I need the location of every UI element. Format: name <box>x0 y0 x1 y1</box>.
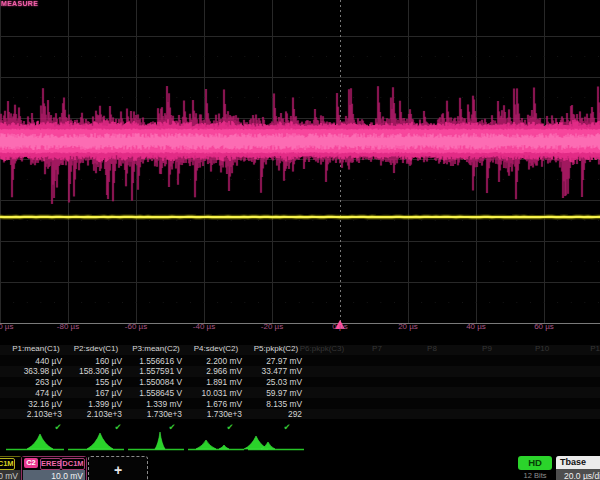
time-axis-label: -60 µs <box>125 322 147 331</box>
c2-descriptor-box[interactable]: C2 ERES DC1M 10.0 mV <box>21 456 87 480</box>
measurement-value: 1.550084 V <box>130 377 182 388</box>
timebase-descriptor-box[interactable]: Tbase 20.0 µs/div <box>556 456 600 480</box>
hd-bits-label: 12 Bits <box>515 471 555 480</box>
measurement-value: 2.200 mV <box>190 356 242 367</box>
measurement-value: 1.730e+3 <box>190 409 242 420</box>
measurement-value: 1.558645 V <box>130 388 182 399</box>
add-trace-button[interactable]: + <box>88 456 148 480</box>
plus-icon: + <box>89 463 147 477</box>
histicon-peak <box>196 440 216 449</box>
c1-vdiv-value: 5.0 mV <box>0 470 20 480</box>
c2-channel-chip: C2 <box>24 458 38 468</box>
measurement-value: 363.98 µV <box>10 366 62 377</box>
measurement-header-empty[interactable]: P10 <box>535 344 549 355</box>
measurement-value: 27.97 mV <box>250 356 302 367</box>
c1-chip-row: C1 DC1M <box>0 457 21 470</box>
measurement-header-empty[interactable]: P7 <box>372 344 382 355</box>
measurement-value: 1.556616 V <box>130 356 182 367</box>
table-header-row: P1:mean(C1)P2:sdev(C1)P3:mean(C2)P4:sdev… <box>10 344 600 355</box>
time-axis-label: 60 µs <box>534 322 554 331</box>
measurement-value: 1.730e+3 <box>130 409 182 420</box>
measurement-header[interactable]: P2:sdev(C1) <box>66 344 126 355</box>
measurement-value: 292 <box>250 409 302 420</box>
table-row: 32.16 µV1.399 µV1.339 mV1.676 mV8.135 mV <box>10 399 600 410</box>
measurement-value: 2.103e+3 <box>10 409 62 420</box>
measurement-header-empty[interactable]: P8 <box>427 344 437 355</box>
measurement-value: 158.306 µV <box>70 366 122 377</box>
measurement-value: 1.891 mV <box>190 377 242 388</box>
table-row: 263 µV155 µV1.550084 V1.891 mV25.03 mV <box>10 377 600 388</box>
measurement-value: 33.477 mV <box>250 366 302 377</box>
c2-coupling-chip: DC1M <box>61 458 85 470</box>
measurement-value: 2.103e+3 <box>70 409 122 420</box>
histicons <box>0 428 600 454</box>
measurement-value: 167 µV <box>70 388 122 399</box>
oscilloscope-screen: MEASURE -100 µs-80 µs-60 µs-40 µs-20 µs0… <box>0 0 600 480</box>
time-axis-label: 20 µs <box>398 322 418 331</box>
measurement-value: 1.676 mV <box>190 399 242 410</box>
timebase-value: 20.0 µs/div <box>564 471 600 480</box>
waveform-grid[interactable] <box>0 0 600 344</box>
histicon-peak <box>27 434 53 449</box>
measurement-value: 10.031 mV <box>190 388 242 399</box>
measurement-value: 2.966 mV <box>190 366 242 377</box>
c2-trace[interactable] <box>0 86 600 204</box>
measurement-header-empty[interactable]: P6:pkpk(C3) <box>300 344 344 355</box>
time-axis-label: -80 µs <box>57 322 79 331</box>
table-row: 440 µV160 µV1.556616 V2.200 mV27.97 mV <box>10 356 600 367</box>
hd-mode-badge[interactable]: HD <box>518 456 552 470</box>
c2-vdiv-value: 10.0 mV <box>23 470 85 480</box>
table-row: 474 µV167 µV1.558645 V10.031 mV59.97 mV <box>10 388 600 399</box>
histicon-peak <box>87 433 113 449</box>
measurement-value: 160 µV <box>70 356 122 367</box>
measurement-header-empty[interactable]: P9 <box>482 344 492 355</box>
time-axis-label: -40 µs <box>193 322 215 331</box>
time-axis-label: 0 µs <box>332 322 347 331</box>
measurement-value: 1.339 mV <box>130 399 182 410</box>
measurement-value: 25.03 mV <box>250 377 302 388</box>
table-row: 363.98 µV158.306 µV1.557591 V2.966 mV33.… <box>10 366 600 377</box>
measurement-header[interactable]: P4:sdev(C2) <box>186 344 246 355</box>
c1-descriptor-box[interactable]: C1 DC1M 5.0 mV <box>0 456 22 480</box>
time-axis-label: -20 µs <box>261 322 283 331</box>
corner-label: MEASURE <box>1 0 38 7</box>
measurement-value: 474 µV <box>10 388 62 399</box>
time-axis-label: -100 µs <box>0 322 13 331</box>
measurement-value: 155 µV <box>70 377 122 388</box>
timebase-title: Tbase <box>556 456 600 469</box>
measurement-value: 1.399 µV <box>70 399 122 410</box>
table-row: 2.103e+32.103e+31.730e+31.730e+3292 <box>10 409 600 420</box>
histicon-peak <box>219 445 229 449</box>
c1-coupling-chip: DC1M <box>0 458 15 470</box>
trigger-time-indicator[interactable] <box>335 0 345 329</box>
measurement-value: 32.16 µV <box>10 399 62 410</box>
measurement-header-empty[interactable]: P11 <box>590 344 600 355</box>
time-axis-label: 40 µs <box>466 322 486 331</box>
measurement-header[interactable]: P3:mean(C2) <box>126 344 186 355</box>
measurement-header[interactable]: P1:mean(C1) <box>6 344 66 355</box>
measurement-value: 59.97 mV <box>250 388 302 399</box>
c2-chip-row: C2 ERES DC1M <box>22 457 86 470</box>
measurement-header[interactable]: P5:pkpk(C2) <box>246 344 306 355</box>
measurement-value: 1.557591 V <box>130 366 182 377</box>
histicon-peak <box>155 432 165 449</box>
measurement-value: 263 µV <box>10 377 62 388</box>
measurement-value: 8.135 mV <box>250 399 302 410</box>
bottom-bar: C1 DC1M 5.0 mV C2 ERES DC1M 10.0 mV + HD… <box>0 454 600 480</box>
c2-eres-chip: ERES <box>40 458 61 470</box>
measurement-value: 440 µV <box>10 356 62 367</box>
